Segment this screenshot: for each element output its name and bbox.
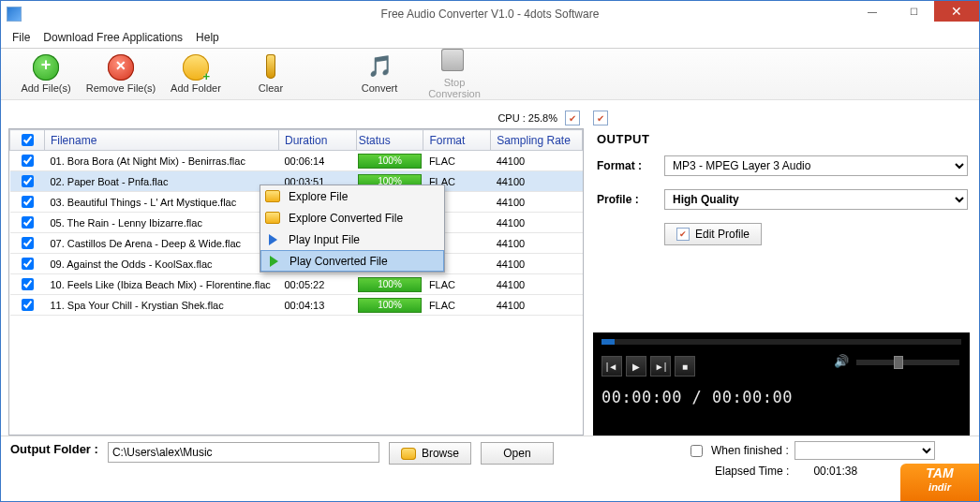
play-button[interactable]: ▶	[626, 356, 646, 376]
output-folder-label: Output Folder :	[10, 442, 98, 456]
convert-button[interactable]: 🎵Convert	[342, 54, 417, 94]
when-finished-checkbox[interactable]	[690, 445, 703, 457]
elapsed-value: 00:01:38	[813, 465, 857, 478]
row-checkbox[interactable]	[22, 299, 34, 311]
table-row[interactable]: 10. Feels Like (Ibiza Beach Mix) - Flore…	[10, 274, 583, 295]
ctx-explore-file[interactable]: Explore File	[260, 185, 444, 207]
row-checkbox[interactable]	[22, 175, 34, 187]
row-checkbox[interactable]	[22, 155, 34, 167]
cell-filename: 01. Bora Bora (At Night Mix) - Benirras.…	[44, 151, 278, 171]
stop-button[interactable]: ■	[675, 356, 695, 376]
brand-badge: TAMindir	[900, 464, 979, 501]
app-icon	[7, 7, 22, 22]
cell-sampling: 44100	[491, 192, 583, 213]
ctx-explore-converted[interactable]: Explore Converted File	[260, 207, 444, 229]
clear-button[interactable]: Clear	[233, 54, 308, 94]
title-bar: Free Audio Converter V1.0 - 4dots Softwa…	[1, 1, 979, 27]
ctx-play-input[interactable]: Play Input File	[260, 229, 444, 250]
add-folder-button[interactable]: Add Folder	[158, 54, 233, 94]
remove-files-button[interactable]: Remove File(s)	[83, 54, 158, 94]
row-checkbox[interactable]	[22, 196, 34, 208]
cell-status: 100%	[356, 274, 423, 295]
ctx-play-converted[interactable]: Play Converted File	[260, 250, 444, 272]
maximize-button[interactable]: ☐	[893, 1, 934, 22]
window-title: Free Audio Converter V1.0 - 4dots Softwa…	[1, 7, 979, 21]
col-status[interactable]: Status	[356, 130, 423, 151]
row-checkbox[interactable]	[22, 278, 34, 290]
folder-icon	[265, 212, 280, 224]
open-button[interactable]: Open	[481, 442, 554, 465]
cell-status: 100%	[356, 151, 423, 171]
cell-format: FLAC	[423, 151, 491, 171]
cpu-settings-button[interactable]: ✔	[565, 111, 580, 126]
cell-filename: 10. Feels Like (Ibiza Beach Mix) - Flore…	[44, 274, 278, 295]
profile-label: Profile :	[597, 193, 664, 206]
col-filename[interactable]: Filename	[44, 130, 278, 151]
context-menu: Explore File Explore Converted File Play…	[260, 185, 445, 273]
cell-sampling: 44100	[491, 213, 583, 233]
when-finished-select[interactable]	[794, 441, 935, 460]
file-table: Filename Duration Status Format Sampling…	[8, 128, 584, 436]
row-checkbox[interactable]	[22, 216, 34, 229]
minimize-button[interactable]: —	[852, 1, 893, 22]
cell-sampling: 44100	[491, 254, 583, 274]
menu-download[interactable]: Download Free Applications	[43, 31, 183, 44]
add-files-button[interactable]: Add File(s)	[8, 54, 83, 94]
menu-help[interactable]: Help	[196, 31, 219, 44]
cell-filename: 07. Castillos De Arena - Deep & Wide.fla…	[44, 233, 278, 254]
folder-icon	[401, 448, 416, 460]
close-button[interactable]: ✕	[934, 1, 979, 22]
prev-button[interactable]: |◄	[601, 356, 622, 376]
menu-bar: File Download Free Applications Help	[1, 27, 979, 48]
stop-conversion-button[interactable]: Stop Conversion	[417, 49, 492, 99]
player-time: 00:00:00 / 00:00:00	[601, 388, 793, 406]
select-all-checkbox[interactable]	[22, 134, 34, 146]
col-check[interactable]	[10, 130, 45, 151]
menu-file[interactable]: File	[12, 31, 30, 44]
row-checkbox[interactable]	[22, 237, 34, 249]
plus-icon	[33, 54, 59, 81]
cell-sampling: 44100	[491, 171, 583, 192]
play-icon	[270, 256, 278, 267]
footer: Output Folder : Browse Open When finishe…	[1, 436, 979, 501]
folder-icon	[265, 190, 280, 202]
edit-profile-button[interactable]: ✔ Edit Profile	[664, 223, 762, 245]
next-button[interactable]: ►|	[650, 356, 671, 376]
media-player: |◄ ▶ ►| ■ 🔊 00:00:00 / 00:00:00	[593, 332, 970, 436]
col-format[interactable]: Format	[423, 130, 491, 151]
cell-format: FLAC	[423, 295, 491, 316]
volume-slider[interactable]	[856, 360, 959, 365]
cell-filename: 11. Spa Your Chill - Krystian Shek.flac	[44, 295, 278, 316]
broom-icon	[266, 54, 275, 79]
toolbar: Add File(s) Remove File(s) Add Folder Cl…	[1, 48, 979, 100]
stop-icon	[441, 49, 464, 71]
when-finished-label: When finished :	[711, 444, 789, 457]
table-row[interactable]: 01. Bora Bora (At Night Mix) - Benirras.…	[10, 151, 583, 171]
row-checkbox[interactable]	[22, 258, 34, 270]
output-heading: OUTPUT	[597, 132, 970, 146]
seek-bar[interactable]	[601, 339, 961, 345]
table-row[interactable]: 11. Spa Your Chill - Krystian Shek.flac0…	[10, 295, 583, 316]
cell-status: 100%	[356, 295, 423, 316]
format-select[interactable]: MP3 - MPEG Layer 3 Audio	[664, 155, 968, 176]
cell-sampling: 44100	[491, 151, 583, 171]
output-folder-input[interactable]	[108, 442, 379, 463]
check-icon: ✔	[676, 228, 690, 241]
elapsed-label: Elapsed Time :	[715, 465, 789, 478]
cell-filename: 05. The Rain - Lenny Ibizarre.flac	[44, 213, 278, 233]
cell-filename: 02. Paper Boat - Pnfa.flac	[44, 171, 278, 192]
output-settings-button[interactable]: ✔	[593, 111, 608, 126]
col-duration[interactable]: Duration	[279, 130, 357, 151]
cpu-label: CPU : 25.8%	[497, 112, 557, 124]
profile-select[interactable]: High Quality	[664, 189, 968, 210]
folder-plus-icon	[183, 54, 209, 81]
play-icon	[269, 234, 277, 245]
cell-filename: 03. Beautiful Things - L' Art Mystique.f…	[44, 192, 278, 213]
col-sampling[interactable]: Sampling Rate	[491, 130, 583, 151]
cell-sampling: 44100	[491, 295, 583, 316]
cell-format: FLAC	[423, 274, 491, 295]
browse-button[interactable]: Browse	[389, 442, 471, 465]
cell-filename: 09. Against the Odds - KoolSax.flac	[44, 254, 278, 274]
speaker-icon: 🔊	[834, 354, 849, 368]
cell-duration: 00:06:14	[279, 151, 357, 171]
